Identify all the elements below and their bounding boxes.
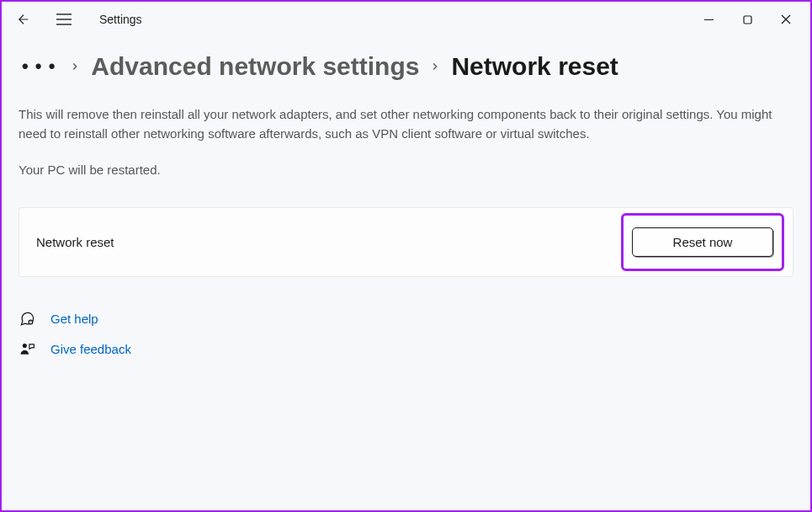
get-help-link[interactable]: ? Get help bbox=[19, 311, 793, 328]
breadcrumb-current: Network reset bbox=[451, 52, 618, 81]
maximize-icon bbox=[743, 15, 752, 24]
minimize-icon bbox=[704, 15, 714, 24]
arrow-left-icon bbox=[16, 12, 31, 27]
close-icon bbox=[781, 14, 791, 24]
back-button[interactable] bbox=[12, 8, 35, 31]
chevron-right-icon bbox=[429, 61, 441, 72]
svg-point-9 bbox=[22, 344, 26, 348]
breadcrumb: • • • Advanced network settings Network … bbox=[19, 52, 793, 81]
window-controls bbox=[689, 6, 805, 33]
description-text: This will remove then reinstall all your… bbox=[19, 104, 784, 144]
hamburger-icon bbox=[56, 13, 72, 25]
feedback-icon bbox=[19, 341, 35, 358]
close-button[interactable] bbox=[767, 6, 805, 33]
reset-now-button[interactable]: Reset now bbox=[632, 227, 773, 257]
chevron-right-icon bbox=[69, 61, 81, 72]
window-title: Settings bbox=[99, 13, 142, 26]
minimize-button[interactable] bbox=[689, 6, 728, 33]
help-icon: ? bbox=[19, 311, 35, 328]
restart-note: Your PC will be restarted. bbox=[19, 163, 793, 177]
give-feedback-link[interactable]: Give feedback bbox=[19, 341, 793, 358]
breadcrumb-more[interactable]: • • • bbox=[19, 56, 59, 77]
content-area: • • • Advanced network settings Network … bbox=[2, 37, 810, 358]
hamburger-button[interactable] bbox=[52, 8, 76, 31]
highlight-annotation: Reset now bbox=[621, 213, 784, 271]
svg-rect-4 bbox=[744, 16, 751, 24]
titlebar-left: Settings bbox=[12, 8, 142, 31]
footer-links: ? Get help Give feedback bbox=[19, 311, 793, 358]
maximize-button[interactable] bbox=[728, 6, 767, 33]
card-label: Network reset bbox=[36, 235, 114, 249]
give-feedback-text: Give feedback bbox=[50, 342, 131, 356]
network-reset-card: Network reset Reset now bbox=[19, 207, 793, 277]
titlebar: Settings bbox=[2, 2, 810, 37]
get-help-text: Get help bbox=[50, 312, 98, 326]
breadcrumb-parent[interactable]: Advanced network settings bbox=[91, 52, 419, 81]
